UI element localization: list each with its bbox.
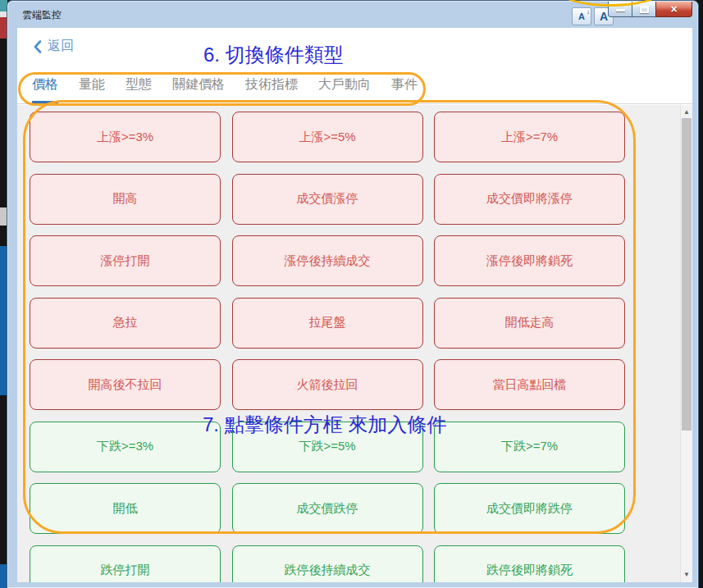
tab-technical-indicator[interactable]: 技術指標 — [245, 76, 298, 103]
tab-major-players[interactable]: 大戶動向 — [318, 76, 371, 103]
maximize-button[interactable] — [632, 2, 655, 17]
back-label: 返回 — [48, 38, 74, 55]
condition-button[interactable]: 成交價即將漲停 — [434, 174, 625, 225]
condition-button[interactable]: 拉尾盤 — [232, 298, 423, 349]
condition-button[interactable]: 開高後不拉回 — [30, 359, 221, 410]
condition-button[interactable]: 火箭後拉回 — [232, 359, 423, 410]
maximize-icon — [640, 6, 649, 13]
back-chevron-icon — [34, 40, 42, 53]
close-button[interactable]: × — [655, 2, 692, 17]
condition-button[interactable]: 上漲>=3% — [30, 112, 221, 162]
condition-grid-area: 上漲>=3%上漲>=5%上漲>=7%開高成交價漲停成交價即將漲停漲停打開漲停後持… — [17, 105, 692, 582]
header-area: 返回 價格量能型態關鍵價格技術指標大戶動向事件 — [17, 28, 692, 104]
tab-volume[interactable]: 量能 — [79, 76, 105, 103]
condition-button[interactable]: 漲停打開 — [30, 235, 221, 286]
tab-key-price[interactable]: 關鍵價格 — [172, 76, 225, 103]
condition-button[interactable]: 成交價跌停 — [232, 483, 423, 534]
tab-pattern[interactable]: 型態 — [126, 76, 152, 103]
condition-button-grid: 上漲>=3%上漲>=5%上漲>=7%開高成交價漲停成交價即將漲停漲停打開漲停後持… — [17, 105, 692, 582]
condition-button[interactable]: 成交價即將跌停 — [434, 483, 625, 534]
app-window: 雲端監控 A ↓ A ↑ × — [7, 0, 699, 588]
minimize-button[interactable] — [608, 2, 632, 17]
condition-button[interactable]: 漲停後即將鎖死 — [434, 235, 625, 286]
condition-button[interactable]: 成交價漲停 — [232, 174, 423, 225]
font-increase-label: A — [600, 10, 608, 23]
tab-bar: 價格量能型態關鍵價格技術指標大戶動向事件 — [32, 76, 418, 103]
screen: 雲端監控 A ↓ A ↑ × — [0, 0, 703, 588]
window-caption-buttons: × — [608, 2, 692, 17]
condition-button[interactable]: 上漲>=5% — [232, 112, 423, 162]
scroll-down-icon[interactable]: ▼ — [681, 567, 692, 581]
condition-button[interactable]: 跌停後即將鎖死 — [434, 545, 625, 583]
window-title: 雲端監控 — [22, 8, 62, 22]
arrow-down-icon: ↓ — [587, 8, 590, 16]
font-decrease-button[interactable]: A ↓ — [572, 7, 591, 25]
window-content: 返回 價格量能型態關鍵價格技術指標大戶動向事件 上漲>=3%上漲>=5%上漲>=… — [17, 28, 692, 582]
condition-button[interactable]: 急拉 — [30, 298, 221, 349]
condition-button[interactable]: 當日高點回檔 — [434, 359, 625, 410]
condition-button[interactable]: 上漲>=7% — [434, 112, 625, 162]
condition-button[interactable]: 開低 — [30, 483, 221, 534]
scroll-up-icon[interactable]: ▲ — [681, 105, 692, 118]
scrollbar-thumb[interactable] — [682, 118, 692, 431]
titlebar: 雲端監控 A ↓ A ↑ × — [7, 1, 698, 28]
condition-button[interactable]: 跌停後持續成交 — [232, 545, 423, 583]
condition-button[interactable]: 跌停打開 — [30, 545, 221, 583]
font-decrease-label: A — [578, 11, 585, 21]
condition-button[interactable]: 開高 — [30, 174, 221, 225]
vertical-scrollbar[interactable]: ▲ ▼ — [680, 105, 692, 582]
condition-button[interactable]: 漲停後持續成交 — [232, 235, 423, 286]
condition-button[interactable]: 下跌>=5% — [232, 422, 423, 472]
minimize-icon — [616, 9, 625, 11]
close-icon: × — [670, 3, 677, 15]
tab-events[interactable]: 事件 — [391, 76, 418, 103]
tab-price[interactable]: 價格 — [32, 76, 58, 103]
back-button[interactable]: 返回 — [34, 38, 74, 55]
condition-button[interactable]: 下跌>=3% — [30, 422, 221, 472]
condition-button[interactable]: 下跌>=7% — [434, 422, 625, 472]
condition-button[interactable]: 開低走高 — [434, 298, 625, 349]
